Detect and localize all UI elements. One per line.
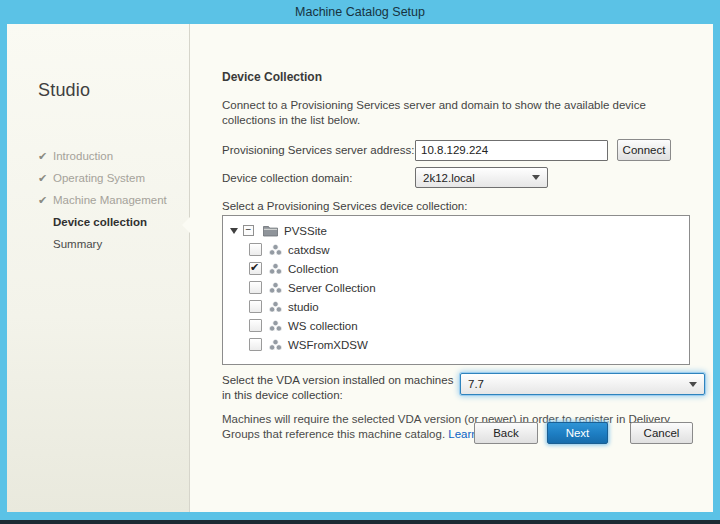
step-label: Operating System: [53, 172, 145, 184]
window-footer-bar: [0, 520, 720, 524]
checkbox[interactable]: ✔: [249, 300, 262, 313]
vda-version-value: 7.7: [468, 378, 484, 390]
domain-label: Device collection domain:: [222, 172, 415, 184]
chevron-down-icon: [689, 382, 697, 391]
tree-item-label: WSFromXDSW: [288, 339, 368, 351]
server-address-input[interactable]: [415, 140, 608, 161]
wizard-content-panel: Device Collection Connect to a Provision…: [190, 24, 720, 512]
server-address-label: Provisioning Services server address:: [222, 144, 415, 156]
tree-item[interactable]: ✔ WSFromXDSW: [223, 335, 689, 354]
step-label: Machine Management: [53, 194, 167, 206]
step-label: Summary: [53, 238, 102, 250]
checkbox[interactable]: ✔: [249, 319, 262, 332]
wizard-button-row: Back Next Cancel: [474, 422, 693, 444]
intro-text: Connect to a Provisioning Services serve…: [222, 98, 692, 128]
tree-item-label: WS collection: [288, 320, 358, 332]
tree-label: Select a Provisioning Services device co…: [222, 200, 705, 212]
sidebar-item-summary: Summary: [38, 233, 189, 255]
tree-item-label: catxdsw: [288, 244, 330, 256]
studio-logo-text: Studio: [38, 80, 189, 101]
tree-item-label: studio: [288, 301, 319, 313]
connect-button[interactable]: Connect: [617, 139, 671, 161]
window-title: Machine Catalog Setup: [295, 5, 425, 19]
checkmark-icon: ✔: [38, 194, 53, 207]
tree-item-label: Collection: [288, 263, 339, 275]
checkbox[interactable]: ✔: [249, 262, 262, 275]
device-collection-icon: [269, 320, 282, 332]
folder-icon: [263, 225, 278, 237]
tree-expander-icon[interactable]: [230, 228, 238, 238]
checkmark-icon: ✔: [38, 172, 53, 185]
domain-dropdown[interactable]: 2k12.local: [415, 167, 548, 188]
chevron-down-icon: [532, 175, 540, 184]
checkbox[interactable]: ✔: [249, 281, 262, 294]
machine-catalog-setup-dialog: Studio ✔ Introduction ✔ Operating System…: [7, 24, 713, 512]
check-icon: ✔: [250, 261, 259, 274]
checkbox[interactable]: ✔: [249, 243, 262, 256]
checkbox[interactable]: ✔: [249, 338, 262, 351]
wizard-steps-list: ✔ Introduction ✔ Operating System ✔ Mach…: [38, 145, 189, 255]
tree-item[interactable]: ✔ catxdsw: [223, 240, 689, 259]
server-address-row: Provisioning Services server address: Co…: [222, 139, 705, 161]
vda-version-row: Select the VDA version installed on mach…: [222, 373, 705, 403]
device-collection-tree[interactable]: − PVSSite ✔ catx: [222, 215, 690, 365]
vda-version-dropdown[interactable]: 7.7: [460, 373, 705, 395]
next-button[interactable]: Next: [547, 422, 608, 444]
back-button[interactable]: Back: [474, 422, 538, 444]
tree-item[interactable]: ✔ Collection: [223, 259, 689, 278]
checkmark-icon: ✔: [38, 150, 53, 163]
tree-collapse-icon[interactable]: −: [243, 225, 254, 236]
domain-dropdown-value: 2k12.local: [423, 172, 475, 184]
sidebar-item-introduction: ✔ Introduction: [38, 145, 189, 167]
device-collection-icon: [269, 339, 282, 351]
active-step-notch: [174, 217, 190, 233]
device-collection-icon: [269, 282, 282, 294]
vda-version-label: Select the VDA version installed on mach…: [222, 373, 460, 403]
device-collection-icon: [269, 301, 282, 313]
tree-item[interactable]: ✔ studio: [223, 297, 689, 316]
wizard-sidebar: Studio ✔ Introduction ✔ Operating System…: [7, 24, 190, 512]
device-collection-icon: [269, 244, 282, 256]
page-title: Device Collection: [222, 70, 705, 84]
step-label: Device collection: [53, 216, 147, 228]
window-titlebar[interactable]: Machine Catalog Setup: [0, 0, 720, 24]
tree-item[interactable]: ✔ WS collection: [223, 316, 689, 335]
tree-item-label: Server Collection: [288, 282, 376, 294]
sidebar-item-operating-system: ✔ Operating System: [38, 167, 189, 189]
tree-root-row[interactable]: − PVSSite: [223, 221, 689, 240]
sidebar-item-machine-management: ✔ Machine Management: [38, 189, 189, 211]
domain-row: Device collection domain: 2k12.local: [222, 167, 705, 188]
tree-root-label: PVSSite: [284, 225, 327, 237]
cancel-button[interactable]: Cancel: [630, 422, 693, 444]
tree-item[interactable]: ✔ Server Collection: [223, 278, 689, 297]
device-collection-icon: [269, 263, 282, 275]
step-label: Introduction: [53, 150, 113, 162]
sidebar-item-device-collection: Device collection: [38, 211, 189, 233]
